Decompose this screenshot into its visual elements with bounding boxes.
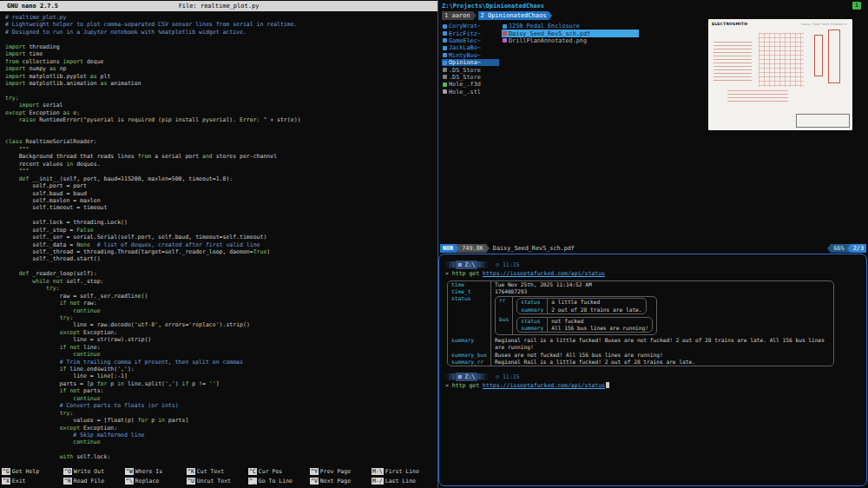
shortcut-key: ^U <box>187 478 195 485</box>
code-line: """ <box>5 168 437 175</box>
file-name: DrillPlanAnnotated.png <box>509 37 587 44</box>
table-row: summaryAll 156 bus lines are running! <box>517 325 652 332</box>
file-row[interactable]: Hole_.stl <box>442 89 499 96</box>
file-row[interactable]: EricFitz~ <box>442 30 499 36</box>
fm-tab-OpinionatedChaos[interactable]: 2 OpinionatedChaos <box>478 11 549 20</box>
command-url[interactable]: https://isseptafucked.com/api/status <box>483 382 605 389</box>
text-cursor <box>606 382 609 388</box>
file-row[interactable]: GameElec~ <box>442 37 499 44</box>
code-line: if line.endswith(','): <box>5 366 437 373</box>
shortcut-label: First Line <box>385 468 419 475</box>
selected-file-name: Daisy_Seed_Rev5_sch.pdf <box>493 244 575 253</box>
clock-icon: ◷ <box>496 261 503 268</box>
schematic-title-block <box>796 114 850 128</box>
clock-icon: ◷ <box>496 373 503 380</box>
file-row[interactable]: .DS_Store <box>442 66 499 73</box>
record-value: All 156 bus lines are running! <box>547 325 652 332</box>
prompt-line-2: ░▒▓⊞ Z:\▓▒░◷ 11:15 <box>445 373 860 381</box>
code-line: except Exception: <box>5 329 437 336</box>
pdf-file-icon <box>503 31 507 36</box>
schematic-graphic <box>759 33 804 87</box>
terminal-multiplexer: GNU nano 2.7.5 File: realtime_plot.py # … <box>0 0 868 488</box>
file-row[interactable]: .DS_Store <box>442 74 499 81</box>
file-size: 749.8K <box>459 244 486 253</box>
command-url[interactable]: https://isseptafucked.com/api/status <box>483 270 605 277</box>
status-spacer <box>575 244 827 253</box>
code-line: Background thread that reads lines from … <box>5 153 437 160</box>
powerline-fade-in: ░▒▓ <box>445 261 456 268</box>
file-row[interactable]: CoryWrat~ <box>442 23 499 30</box>
record-value: Tue Nov 25th, 2025 11:14:52 AM <box>490 281 833 288</box>
nano-titlebar: GNU nano 2.7.5 File: realtime_plot.py <box>0 1 437 11</box>
file-row[interactable]: Daisy_Seed_Rev5_sch.pdf <box>502 30 639 36</box>
windows-icon: ⊞ <box>458 373 462 380</box>
prompt-time: ◷ 11:15 <box>496 261 519 268</box>
pdf-preview: ELECTROSMITH Daisy Seed Rev5 Schematic <box>708 19 852 130</box>
nano-pane[interactable]: GNU nano 2.7.5 File: realtime_plot.py # … <box>0 0 437 488</box>
code-line: import matplotlib.animation as animation <box>5 80 437 87</box>
schematic-graphic <box>713 42 752 82</box>
code-line: if not parts: <box>5 387 437 394</box>
schematic-graphic <box>814 35 823 76</box>
prompt-path: Z:\ <box>465 373 476 380</box>
nano-shortcuts-row1: ^GGet Help^OWrite Out^WWhere Is^KCut Tex… <box>2 467 437 477</box>
command-line-2[interactable]: > http get https://isseptafucked.com/api… <box>445 381 860 390</box>
table-row: statusnot fucked <box>517 318 652 325</box>
code-line: continue <box>5 439 437 445</box>
file-name: Opiniona~ <box>449 59 481 66</box>
command-line-1: > http get https://isseptafucked.com/api… <box>445 269 860 278</box>
code-line: except Exception as e: <box>5 109 437 116</box>
code-line: line = raw.decode('utf-8', errors='repla… <box>5 321 437 328</box>
powerline-separator <box>486 244 490 253</box>
command-text: http get <box>452 270 479 277</box>
shortcut-key: ^C <box>248 468 257 475</box>
fm-tab-aaron[interactable]: 1 aaron <box>442 11 473 20</box>
prompt-path-segment: ⊞ Z:\ <box>456 373 478 381</box>
record-key: status <box>517 299 547 306</box>
file-name: 125B Pedal Enclosure <box>509 23 580 30</box>
table-row: statusa little fucked <box>517 299 645 306</box>
file-row[interactable]: Hole_.f3d <box>442 81 499 88</box>
code-line: import serial <box>5 102 437 109</box>
shortcut-label: Last Line <box>385 478 416 485</box>
nano-shortcut: ^VNext Page <box>310 477 372 486</box>
record-key: summary_rr <box>448 359 490 366</box>
code-line: self.maxlen = maxlen <box>5 197 437 204</box>
table-row: summary_rrRegional Rail is a little fuck… <box>448 359 833 366</box>
file-icon <box>443 75 447 79</box>
file-row[interactable]: Opiniona~ <box>442 59 499 66</box>
shell-pane[interactable]: ░▒▓⊞ Z:\▓▒░◷ 11:15 > http get https://is… <box>438 254 867 486</box>
shortcut-label: Go To Line <box>259 478 293 485</box>
shortcut-key: ^K <box>187 468 195 475</box>
preview-doc-title: Daisy Seed Rev5 Schematic <box>801 23 847 26</box>
record-value: Regional rail is a little fucked! Buses … <box>490 337 833 351</box>
nano-shortcut: ^CCur Pos <box>248 467 310 477</box>
code-line <box>5 446 437 453</box>
code-line: # Designed to run in a Jupyter notebook … <box>5 29 437 36</box>
file-row[interactable]: 125B Pedal Enclosure <box>502 23 639 30</box>
folder-icon <box>443 46 447 50</box>
nano-shortcut: ^YPrev Page <box>310 467 372 477</box>
nano-shortcut: ^\Replace <box>125 477 187 486</box>
file-row[interactable]: DrillPlanAnnotated.png <box>502 37 639 44</box>
shortcut-key: M-/ <box>372 478 384 485</box>
fm-status-bar: NOR749.8KDaisy_Seed_Rev5_sch.pdf 66%2/3 <box>440 244 866 253</box>
table-row: timeTue Nov 25th, 2025 11:14:52 AM <box>448 281 833 288</box>
file-name: Daisy_Seed_Rev5_sch.pdf <box>509 30 590 37</box>
file-name: .DS_Store <box>449 74 481 81</box>
tab-separator <box>473 11 477 20</box>
file-manager-pane[interactable]: Z:\Projects\OpinionatedChaos 1 1 aaron2 … <box>438 0 868 254</box>
prompt-path: Z:\ <box>465 261 476 268</box>
file-name: Hole_.f3d <box>449 81 481 88</box>
right-column: Z:\Projects\OpinionatedChaos 1 1 aaron2 … <box>437 0 868 488</box>
folder-icon <box>443 61 447 65</box>
file-row[interactable]: JackLaBo~ <box>442 44 499 51</box>
nano-shortcut: ^RRead File <box>63 477 125 486</box>
powerline-fade-out: ▓▒░ <box>477 373 488 380</box>
current-dir-list: 125B Pedal EnclosureDaisy_Seed_Rev5_sch.… <box>502 23 639 96</box>
nano-shortcut: ^UUncut Text <box>187 477 248 486</box>
file-row[interactable]: MintyBoo~ <box>442 52 499 59</box>
record-key: time <box>448 281 490 288</box>
table-row: busstatusnot fuckedsummaryAll 156 bus li… <box>496 316 656 334</box>
shortcut-key: ^\ <box>125 478 134 485</box>
